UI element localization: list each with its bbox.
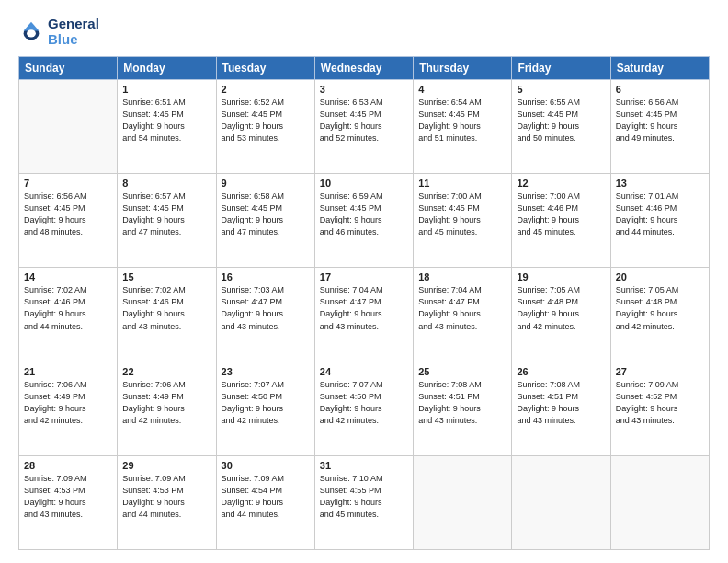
day-number: 2 (222, 84, 310, 95)
daylight-line: Daylight: 9 hoursand 42 minutes. (122, 403, 210, 427)
day-cell-31: 31Sunrise: 7:10 AMSunset: 4:55 PMDayligh… (314, 455, 413, 549)
day-number: 27 (616, 366, 704, 377)
sunrise-line: Sunrise: 6:55 AM (517, 97, 605, 109)
sunrise-line: Sunrise: 7:02 AM (24, 284, 112, 296)
svg-point-2 (27, 29, 36, 37)
sunset-line: Sunset: 4:53 PM (24, 485, 112, 497)
sunset-line: Sunset: 4:51 PM (418, 391, 506, 403)
day-cell-15: 15Sunrise: 7:02 AMSunset: 4:46 PMDayligh… (118, 268, 216, 362)
day-number: 12 (517, 178, 605, 189)
day-cell-21: 21Sunrise: 7:06 AMSunset: 4:49 PMDayligh… (19, 362, 118, 455)
calendar-table: SundayMondayTuesdayWednesdayThursdayFrid… (18, 56, 710, 550)
week-row-1: 7Sunrise: 6:56 AMSunset: 4:45 PMDaylight… (19, 174, 710, 268)
day-number: 8 (122, 178, 210, 189)
sunset-line: Sunset: 4:48 PM (517, 296, 605, 308)
daylight-line: Daylight: 9 hoursand 45 minutes. (320, 497, 408, 521)
day-number: 14 (24, 271, 112, 282)
sunrise-line: Sunrise: 7:10 AM (320, 473, 408, 485)
week-row-4: 28Sunrise: 7:09 AMSunset: 4:53 PMDayligh… (19, 455, 710, 549)
sunset-line: Sunset: 4:46 PM (122, 296, 210, 308)
daylight-line: Daylight: 9 hoursand 47 minutes. (122, 214, 210, 238)
sunrise-line: Sunrise: 7:07 AM (222, 379, 310, 391)
daylight-line: Daylight: 9 hoursand 43 minutes. (122, 308, 210, 332)
day-number: 16 (222, 271, 310, 282)
sunrise-line: Sunrise: 7:09 AM (24, 473, 112, 485)
day-cell-5: 5Sunrise: 6:55 AMSunset: 4:45 PMDaylight… (512, 80, 610, 174)
sunset-line: Sunset: 4:49 PM (24, 391, 112, 403)
day-info: Sunrise: 7:06 AMSunset: 4:49 PMDaylight:… (122, 379, 210, 427)
daylight-line: Daylight: 9 hoursand 43 minutes. (418, 308, 506, 332)
sunrise-line: Sunrise: 7:00 AM (418, 190, 506, 202)
day-number: 4 (418, 84, 506, 95)
day-number: 25 (418, 366, 506, 377)
sunset-line: Sunset: 4:51 PM (517, 391, 605, 403)
sunrise-line: Sunrise: 6:53 AM (320, 97, 408, 109)
empty-cell (414, 455, 512, 549)
daylight-line: Daylight: 9 hoursand 44 minutes. (122, 497, 210, 521)
daylight-line: Daylight: 9 hoursand 43 minutes. (517, 403, 605, 427)
day-number: 24 (320, 366, 408, 377)
day-info: Sunrise: 7:02 AMSunset: 4:46 PMDaylight:… (24, 284, 112, 332)
sunrise-line: Sunrise: 7:07 AM (320, 379, 408, 391)
day-cell-1: 1Sunrise: 6:51 AMSunset: 4:45 PMDaylight… (118, 80, 216, 174)
sunrise-line: Sunrise: 7:01 AM (616, 190, 704, 202)
sunset-line: Sunset: 4:45 PM (122, 202, 210, 214)
day-number: 15 (122, 271, 210, 282)
day-info: Sunrise: 6:58 AMSunset: 4:45 PMDaylight:… (222, 190, 310, 238)
day-cell-12: 12Sunrise: 7:00 AMSunset: 4:46 PMDayligh… (512, 174, 610, 268)
sunset-line: Sunset: 4:45 PM (122, 109, 210, 121)
day-number: 1 (122, 84, 210, 95)
logo-icon (18, 19, 44, 45)
sunrise-line: Sunrise: 7:08 AM (517, 379, 605, 391)
day-info: Sunrise: 7:04 AMSunset: 4:47 PMDaylight:… (418, 284, 506, 332)
daylight-line: Daylight: 9 hoursand 42 minutes. (320, 403, 408, 427)
day-number: 11 (418, 178, 506, 189)
weekday-header-saturday: Saturday (610, 57, 709, 80)
day-info: Sunrise: 6:56 AMSunset: 4:45 PMDaylight:… (24, 190, 112, 238)
sunset-line: Sunset: 4:49 PM (122, 391, 210, 403)
day-cell-22: 22Sunrise: 7:06 AMSunset: 4:49 PMDayligh… (118, 362, 216, 455)
svg-marker-1 (24, 21, 40, 30)
day-cell-8: 8Sunrise: 6:57 AMSunset: 4:45 PMDaylight… (118, 174, 216, 268)
day-info: Sunrise: 6:55 AMSunset: 4:45 PMDaylight:… (517, 97, 605, 144)
day-info: Sunrise: 6:54 AMSunset: 4:45 PMDaylight:… (418, 97, 506, 144)
daylight-line: Daylight: 9 hoursand 51 minutes. (418, 121, 506, 144)
daylight-line: Daylight: 9 hoursand 43 minutes. (320, 308, 408, 332)
empty-cell (512, 455, 610, 549)
day-info: Sunrise: 6:51 AMSunset: 4:45 PMDaylight:… (122, 97, 210, 144)
day-number: 23 (222, 366, 310, 377)
day-cell-6: 6Sunrise: 6:56 AMSunset: 4:45 PMDaylight… (610, 80, 709, 174)
day-number: 13 (616, 178, 704, 189)
daylight-line: Daylight: 9 hoursand 47 minutes. (222, 214, 310, 238)
sunrise-line: Sunrise: 7:04 AM (418, 284, 506, 296)
daylight-line: Daylight: 9 hoursand 54 minutes. (122, 121, 210, 144)
sunset-line: Sunset: 4:45 PM (418, 202, 506, 214)
weekday-header-friday: Friday (512, 57, 610, 80)
day-info: Sunrise: 7:09 AMSunset: 4:53 PMDaylight:… (24, 473, 112, 521)
day-number: 31 (320, 460, 408, 471)
day-cell-2: 2Sunrise: 6:52 AMSunset: 4:45 PMDaylight… (216, 80, 314, 174)
day-number: 17 (320, 271, 408, 282)
sunset-line: Sunset: 4:45 PM (222, 202, 310, 214)
day-info: Sunrise: 6:52 AMSunset: 4:45 PMDaylight:… (222, 97, 310, 144)
daylight-line: Daylight: 9 hoursand 52 minutes. (320, 121, 408, 144)
daylight-line: Daylight: 9 hoursand 43 minutes. (222, 308, 310, 332)
sunrise-line: Sunrise: 7:08 AM (418, 379, 506, 391)
daylight-line: Daylight: 9 hoursand 46 minutes. (320, 214, 408, 238)
sunrise-line: Sunrise: 7:03 AM (222, 284, 310, 296)
daylight-line: Daylight: 9 hoursand 50 minutes. (517, 121, 605, 144)
day-number: 7 (24, 178, 112, 189)
day-info: Sunrise: 7:04 AMSunset: 4:47 PMDaylight:… (320, 284, 408, 332)
sunset-line: Sunset: 4:52 PM (616, 391, 704, 403)
empty-cell (610, 455, 709, 549)
day-cell-7: 7Sunrise: 6:56 AMSunset: 4:45 PMDaylight… (19, 174, 118, 268)
sunset-line: Sunset: 4:55 PM (320, 485, 408, 497)
sunset-line: Sunset: 4:46 PM (616, 202, 704, 214)
weekday-header-tuesday: Tuesday (216, 57, 314, 80)
day-number: 21 (24, 366, 112, 377)
day-info: Sunrise: 6:53 AMSunset: 4:45 PMDaylight:… (320, 97, 408, 144)
daylight-line: Daylight: 9 hoursand 44 minutes. (24, 308, 112, 332)
sunrise-line: Sunrise: 6:57 AM (122, 190, 210, 202)
sunrise-line: Sunrise: 6:59 AM (320, 190, 408, 202)
sunrise-line: Sunrise: 6:56 AM (24, 190, 112, 202)
